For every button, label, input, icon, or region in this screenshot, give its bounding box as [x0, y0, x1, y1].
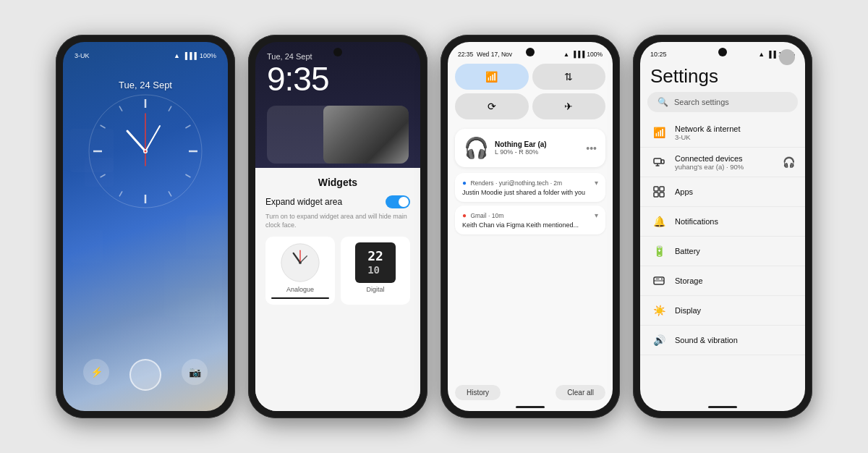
- network-title: Network & internet: [675, 124, 795, 133]
- svg-rect-30: [654, 192, 658, 197]
- earbuds-info: Nothing Ear (a) L 90% - R 80%: [489, 140, 586, 156]
- battery-3: 100%: [587, 51, 603, 58]
- svg-rect-25: [661, 160, 664, 164]
- notifications-title: Notifications: [675, 217, 795, 226]
- notification-gmail[interactable]: ● Gmail · 10m ▾ Keith Chan via Figma Kei…: [455, 206, 605, 234]
- wifi-icon: ▲: [174, 52, 180, 59]
- unlock-button[interactable]: [129, 359, 161, 391]
- settings-item-notifications[interactable]: 🔔 Notifications: [640, 207, 805, 237]
- svg-point-18: [145, 151, 147, 153]
- nav-bar-line: [516, 406, 545, 408]
- settings-title: Settings: [640, 59, 805, 92]
- settings-item-apps[interactable]: Apps: [640, 177, 805, 207]
- airplane-tile[interactable]: ✈: [532, 93, 606, 119]
- svg-line-11: [101, 125, 106, 128]
- history-button[interactable]: History: [455, 385, 501, 400]
- sound-content: Sound & vibration: [675, 336, 795, 344]
- digital-clock-option[interactable]: 2210 Digital: [341, 237, 410, 305]
- clear-all-button[interactable]: Clear all: [556, 385, 605, 400]
- notifications-screen: 22:35 Wed 17, Nov ▲ ▐▐▐ 100% 📶 ⇅: [448, 42, 613, 411]
- notif-expand-renders[interactable]: ▾: [595, 179, 598, 187]
- analogue-clock-option[interactable]: Analogue: [265, 237, 335, 305]
- notif-app-renders: ● Renders · yuri@nothing.tech · 2m: [462, 179, 562, 187]
- camera-button[interactable]: 📷: [182, 359, 208, 385]
- notif-header-renders: ● Renders · yuri@nothing.tech · 2m ▾: [462, 179, 598, 187]
- rotate-tile[interactable]: ⟳: [455, 93, 529, 119]
- earbuds-more-button[interactable]: •••: [586, 143, 597, 154]
- expand-toggle[interactable]: [386, 195, 410, 208]
- lockscreen-bg: 3-UK ▲ ▐▐▐ 100% Tue, 24 Sept: [63, 42, 228, 411]
- widgets-title: Widgets: [265, 177, 410, 188]
- selected-indicator: [271, 297, 329, 299]
- nav-bar-line-4: [708, 406, 737, 408]
- apps-content: Apps: [675, 187, 795, 196]
- settings-item-display[interactable]: ☀️ Display: [640, 296, 805, 326]
- network-sub: 3-UK: [675, 133, 795, 141]
- settings-item-sound[interactable]: 🔊 Sound & vibration: [640, 326, 805, 355]
- phone-4: 10:25 ▲ ▐▐ 100% Settings 🔍 Search settin…: [633, 35, 812, 418]
- svg-point-35: [661, 279, 663, 280]
- clock-svg: [88, 93, 203, 209]
- notification-renders[interactable]: ● Renders · yuri@nothing.tech · 2m ▾ Jus…: [455, 173, 605, 202]
- wifi-icon-3: ▲: [563, 51, 569, 58]
- quick-settings: 📶 ⇅ ⟳ ✈: [448, 61, 613, 126]
- notif-expand-gmail[interactable]: ▾: [595, 211, 598, 219]
- notif-header-gmail: ● Gmail · 10m ▾: [462, 211, 598, 219]
- network-content: Network & internet 3-UK: [675, 124, 795, 141]
- digital-preview: 2210: [355, 242, 396, 283]
- svg-line-14: [145, 126, 160, 151]
- svg-line-13: [127, 131, 145, 151]
- notif-text-gmail: Keith Chan via Figma Keith mentioned...: [462, 221, 598, 229]
- svg-point-23: [299, 262, 302, 265]
- expand-widget-row: Expand widget area: [265, 195, 410, 208]
- settings-item-network[interactable]: 📶 Network & internet 3-UK: [640, 118, 805, 148]
- svg-line-12: [119, 106, 122, 111]
- transfer-tile[interactable]: ⇅: [532, 64, 606, 90]
- bell-settings-icon: 🔔: [650, 213, 668, 230]
- settings-item-storage[interactable]: Storage: [640, 266, 805, 296]
- notification-list: ● Renders · yuri@nothing.tech · 2m ▾ Jus…: [448, 170, 613, 381]
- settings-item-battery[interactable]: 🔋 Battery: [640, 237, 805, 266]
- earbuds-right-icon: 🎧: [783, 156, 795, 168]
- search-bar[interactable]: 🔍 Search settings: [647, 92, 798, 112]
- svg-line-6: [185, 125, 190, 128]
- status-icons: ▲ ▐▐▐ 100%: [174, 52, 216, 59]
- front-camera-3: [526, 48, 535, 56]
- signal-icon-4: ▐▐: [767, 51, 776, 58]
- transfer-icon: ⇅: [564, 71, 573, 82]
- analogue-label: Analogue: [286, 286, 314, 293]
- phone-1: 3-UK ▲ ▐▐▐ 100% Tue, 24 Sept: [56, 35, 235, 418]
- lockscreen-bottom: ⚡ 📷: [63, 359, 228, 391]
- svg-line-10: [101, 174, 106, 177]
- battery-content: Battery: [675, 247, 795, 255]
- user-avatar[interactable]: [779, 49, 795, 65]
- rotate-icon: ⟳: [488, 101, 496, 112]
- svg-line-7: [185, 174, 190, 177]
- phone-3: 22:35 Wed 17, Nov ▲ ▐▐▐ 100% 📶 ⇅: [441, 35, 620, 418]
- lockscreen-date: Tue, 24 Sept: [119, 80, 172, 90]
- carrier-text: 3-UK: [75, 52, 90, 59]
- storage-title: Storage: [675, 276, 795, 285]
- analogue-preview: [280, 242, 320, 283]
- wifi-icon-4: ▲: [758, 51, 765, 58]
- notif-text-renders: Justin Moodie just shared a folder with …: [462, 189, 598, 196]
- svg-line-8: [169, 191, 171, 196]
- earbuds-icon: 🎧: [464, 136, 489, 160]
- devices-icon: [653, 156, 665, 168]
- battery-text: 100%: [200, 52, 216, 59]
- connected-sub: yuhang's ear (a) · 90%: [675, 163, 775, 171]
- sound-title: Sound & vibration: [675, 336, 795, 344]
- battery-settings-icon: 🔋: [650, 242, 668, 260]
- wifi-settings-icon: 📶: [650, 124, 668, 141]
- wifi-tile[interactable]: 📶: [455, 64, 529, 90]
- photo-widget: [267, 106, 409, 164]
- flashlight-button[interactable]: ⚡: [83, 359, 109, 385]
- apps-settings-icon: [650, 183, 668, 200]
- front-camera: [333, 48, 342, 56]
- status-bar: 3-UK ▲ ▐▐▐ 100%: [63, 42, 228, 62]
- connected-title: Connected devices: [675, 154, 775, 163]
- storage-icon: [653, 275, 665, 287]
- status-time-3: 22:35 Wed 17, Nov: [458, 51, 512, 58]
- settings-item-connected[interactable]: Connected devices yuhang's ear (a) · 90%…: [640, 148, 805, 177]
- search-icon: 🔍: [658, 97, 668, 107]
